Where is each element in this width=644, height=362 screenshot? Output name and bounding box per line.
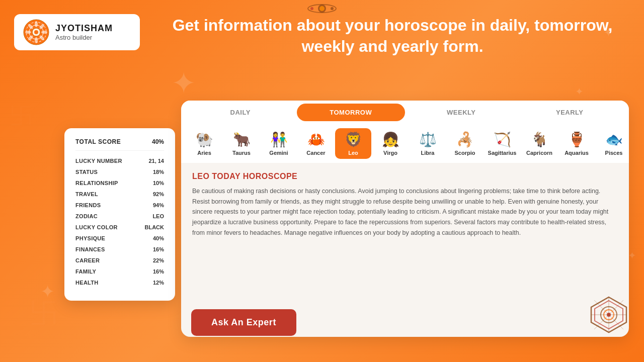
- main-panel: DAILY TOMORROW WEEKLY YEARLY 🐏 Aries 🐂 T…: [181, 101, 629, 337]
- zodiac-item-aries[interactable]: 🐏 Aries: [186, 128, 222, 159]
- horoscope-text: Be cautious of making rash decisions or …: [192, 186, 618, 238]
- score-item: HEALTH12%: [75, 280, 164, 286]
- zodiac-item-capricorn[interactable]: 🐐 Capricorn: [521, 128, 557, 159]
- score-header: TOTAL SCORE 40%: [75, 138, 164, 151]
- ask-expert-button[interactable]: Ask An Expert: [191, 309, 296, 336]
- score-item: FINANCES16%: [75, 246, 164, 252]
- svg-point-3: [310, 7, 313, 10]
- score-item: STATUS18%: [75, 169, 164, 175]
- tab-weekly[interactable]: WEEKLY: [407, 101, 516, 124]
- brand-subtitle: Astro builder: [55, 34, 113, 41]
- score-item: PHYSIQUE40%: [75, 235, 164, 241]
- horoscope-content: LEO TODAY HOROSCOPE Be cautious of makin…: [181, 163, 629, 247]
- bg-star-deco3: ✦: [575, 85, 584, 98]
- bg-star-deco: ✦: [171, 65, 196, 101]
- svg-point-14: [35, 37, 38, 43]
- zodiac-item-aquarius[interactable]: 🏺 Aquarius: [558, 128, 595, 159]
- horoscope-title: LEO TODAY HOROSCOPE: [192, 172, 618, 181]
- svg-point-9: [34, 30, 38, 34]
- zodiac-row: 🐏 Aries 🐂 Taurus 👫 Gemini 🦀 Cancer 🦁 Leo…: [181, 124, 629, 163]
- tab-yearly[interactable]: YEARLY: [516, 101, 624, 124]
- bottom-right-mandala: [589, 295, 629, 337]
- zodiac-item-scorpio[interactable]: 🦂 Scorpio: [447, 128, 483, 159]
- score-card: TOTAL SCORE 40% LUCKY NUMBER21, 14STATUS…: [64, 128, 175, 301]
- svg-point-16: [25, 31, 31, 34]
- svg-point-10: [35, 21, 38, 27]
- svg-point-4: [331, 7, 334, 10]
- bg-star-deco5: ✦: [628, 249, 636, 261]
- score-item: RELATIONSHIP10%: [75, 180, 164, 186]
- zodiac-item-taurus[interactable]: 🐂 Taurus: [223, 128, 260, 159]
- zodiac-item-gemini[interactable]: 👫 Gemini: [261, 128, 297, 159]
- score-item: LUCKY NUMBER21, 14: [75, 158, 164, 164]
- zodiac-item-leo[interactable]: 🦁 Leo: [335, 128, 371, 159]
- total-score-label: TOTAL SCORE: [75, 138, 121, 145]
- main-headline: Get information about your horoscope in …: [156, 15, 629, 57]
- score-item: FRIENDS94%: [75, 202, 164, 208]
- zodiac-item-virgo[interactable]: 👧 Virgo: [372, 128, 409, 159]
- bg-swastika-deco: 卐: [30, 295, 58, 332]
- zodiac-item-pisces[interactable]: 🐟 Pisces: [596, 128, 629, 159]
- score-rows: LUCKY NUMBER21, 14STATUS18%RELATIONSHIP1…: [75, 158, 164, 286]
- score-item: FAMILY16%: [75, 268, 164, 275]
- logo-box: JYOTISHAM Astro builder: [14, 14, 140, 50]
- logo-mandala: [23, 19, 49, 45]
- logo-text: JYOTISHAM Astro builder: [55, 23, 113, 41]
- svg-point-1: [319, 6, 325, 11]
- score-item: TRAVEL92%: [75, 191, 164, 197]
- zodiac-item-sagittarius[interactable]: 🏹 Sagittarius: [484, 128, 520, 159]
- tabs-bar: DAILY TOMORROW WEEKLY YEARLY: [181, 101, 629, 124]
- total-score-value: 40%: [152, 138, 164, 145]
- score-item: CAREER22%: [75, 257, 164, 263]
- score-item: LUCKY COLORBLACK: [75, 224, 164, 230]
- bg-swastika-deco2: 卐: [10, 101, 33, 131]
- score-item: ZODIACLEO: [75, 213, 164, 219]
- svg-point-12: [41, 31, 47, 34]
- tab-daily[interactable]: DAILY: [186, 101, 295, 124]
- zodiac-item-cancer[interactable]: 🦀 Cancer: [298, 128, 334, 159]
- brand-name: JYOTISHAM: [55, 23, 113, 34]
- tab-tomorrow[interactable]: TOMORROW: [297, 104, 406, 121]
- zodiac-item-libra[interactable]: ⚖️ Libra: [410, 128, 446, 159]
